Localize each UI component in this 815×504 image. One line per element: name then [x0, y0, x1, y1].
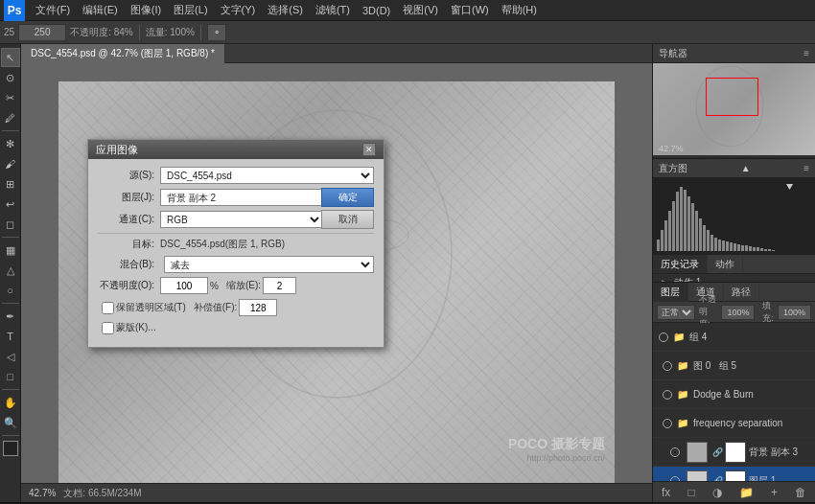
menu-3d[interactable]: 3D(D)	[357, 3, 396, 18]
dialog-cancel-button[interactable]: 取消	[321, 210, 374, 229]
layer-freq-sep[interactable]: 📁 frequency separation	[653, 409, 815, 438]
dialog-close-button[interactable]: ✕	[362, 143, 376, 156]
histogram-panel: 直方图 ▲ ≡	[653, 159, 815, 255]
mask-checkbox[interactable]	[102, 322, 114, 334]
tool-gradient[interactable]: ▦	[1, 241, 20, 260]
tab-paths[interactable]: 路径	[724, 283, 759, 302]
svg-rect-7	[664, 220, 667, 251]
tab-history[interactable]: 历史记录	[653, 255, 708, 273]
layer-delete-button[interactable]: 🗑	[795, 486, 806, 499]
layer-bg-copy3[interactable]: 🔗 背景 副本 3	[653, 438, 815, 467]
menu-select[interactable]: 选择(S)	[262, 1, 309, 19]
menu-image[interactable]: 图像(I)	[125, 1, 167, 19]
tool-crop[interactable]: ✂	[1, 88, 20, 107]
tool-hand[interactable]: ✋	[1, 393, 20, 412]
canvas-background[interactable]: 491858 应用图像 ✕ 确定 取消	[21, 63, 652, 502]
menu-edit[interactable]: 编辑(E)	[77, 1, 124, 19]
tool-history[interactable]: ↩	[1, 195, 20, 214]
tool-blur[interactable]: △	[1, 261, 20, 280]
menu-filter[interactable]: 滤镜(T)	[310, 1, 356, 19]
canvas-tab[interactable]: DSC_4554.psd @ 42.7% (图层 1, RGB/8) *	[21, 44, 225, 63]
layer-visibility-5[interactable]	[661, 359, 674, 373]
menu-window[interactable]: 窗口(W)	[445, 1, 495, 19]
menu-file[interactable]: 文件(F)	[30, 1, 76, 19]
svg-rect-19	[710, 235, 713, 251]
layer-fx-button[interactable]: fx	[662, 486, 670, 499]
separator	[139, 25, 140, 40]
layer-mask-bc3	[725, 442, 746, 463]
offset-input[interactable]	[239, 299, 277, 316]
tool-heal[interactable]: ✻	[1, 134, 20, 153]
layer-visibility-l1[interactable]	[668, 474, 682, 482]
layer-dodge-burn[interactable]: 📁 Dodge & Burn	[653, 380, 815, 409]
tool-brush[interactable]: 🖌	[1, 154, 20, 173]
preserve-row: 保留透明区域(T) 补偿值(F):	[98, 299, 374, 316]
tool-separator2	[2, 237, 19, 238]
airbrush-btn[interactable]: ⚬	[207, 24, 226, 41]
layer-1[interactable]: 🔗 图层 1	[653, 467, 815, 481]
blend-select[interactable]: 减去	[164, 256, 374, 273]
tool-path[interactable]: ◁	[1, 347, 20, 366]
histogram-menu-icon[interactable]: ≡	[803, 163, 809, 173]
history-list[interactable]: ▶ 动作 1 ▶ 脚本 ▶ schaif ▶ autoskin color1 ▶	[653, 274, 815, 282]
opacity-ctrl-input[interactable]	[721, 305, 755, 320]
layer-group-button[interactable]: 📁	[739, 486, 754, 499]
tool-eraser[interactable]: ◻	[1, 215, 20, 234]
navigator-preview[interactable]: 42.7%	[653, 63, 815, 155]
tool-shape[interactable]: □	[1, 367, 20, 386]
dialog-ok-button[interactable]: 确定	[321, 188, 374, 207]
tool-zoom[interactable]: 🔍	[1, 413, 20, 432]
dialog-body: 确定 取消 源(S): DSC_4554.psd	[88, 159, 384, 347]
tool-eyedrop[interactable]: 🖉	[1, 108, 20, 127]
tool-dodge[interactable]: ○	[1, 281, 20, 300]
menu-layer[interactable]: 图层(L)	[168, 1, 213, 19]
svg-rect-29	[749, 246, 752, 251]
target-value: DSC_4554.psd(图层 1, RGB)	[160, 238, 285, 251]
history-item-0[interactable]: ▶ 动作 1	[653, 274, 815, 282]
svg-rect-33	[764, 249, 767, 251]
layers-list[interactable]: 📁 组 4 📁 图 0 组 5 📁 Dodge & Burn	[653, 323, 815, 481]
mask-check[interactable]: 蒙版(K)...	[102, 321, 156, 334]
histogram-triangle: ▲	[741, 163, 751, 173]
tool-lasso[interactable]: ⊙	[1, 68, 20, 87]
opacity-input[interactable]	[160, 277, 208, 294]
dialog-title-bar[interactable]: 应用图像 ✕	[88, 140, 384, 159]
opacity-label: 不透明度: 84%	[70, 26, 133, 39]
preserve-checkbox[interactable]	[102, 302, 114, 314]
layer-visibility-fs[interactable]	[661, 417, 674, 430]
layer-mask-button[interactable]: □	[687, 486, 694, 499]
dialog-buttons: 确定 取消	[321, 188, 374, 229]
blend-mode-select[interactable]: 正常	[657, 305, 695, 320]
preserve-check[interactable]: 保留透明区域(T)	[102, 301, 186, 314]
layer-visibility-4[interactable]	[657, 331, 670, 344]
svg-rect-8	[668, 211, 671, 251]
menu-help[interactable]: 帮助(H)	[496, 1, 543, 19]
layer-visibility-bc3[interactable]	[668, 446, 682, 459]
layer-adj-button[interactable]: ◑	[712, 486, 722, 499]
scale-input[interactable]	[263, 277, 296, 294]
menu-text[interactable]: 文字(Y)	[215, 1, 262, 19]
layer-group4[interactable]: 📁 组 4	[653, 323, 815, 352]
zoom-input[interactable]	[18, 24, 66, 41]
layer-visibility-db[interactable]	[661, 388, 674, 401]
tool-text[interactable]: T	[1, 327, 20, 346]
divider	[98, 233, 374, 234]
tool-select[interactable]: ↖	[1, 48, 20, 67]
navigator-panel: 导航器 ≡ 42.7%	[653, 44, 815, 159]
navigator-viewport-box[interactable]	[706, 78, 758, 116]
layer-group5[interactable]: 📁 图 0 组 5	[653, 352, 815, 380]
channel-select[interactable]: RGB	[160, 211, 323, 228]
foreground-color[interactable]	[3, 441, 18, 456]
poco-title: POCO 摄影专题	[508, 436, 605, 453]
tool-stamp[interactable]: ⊞	[1, 174, 20, 194]
histogram-header: 直方图 ▲ ≡	[653, 159, 815, 178]
folder-icon-fs: 📁	[677, 418, 688, 428]
navigator-menu-icon[interactable]: ≡	[803, 48, 809, 58]
tab-layers[interactable]: 图层	[653, 283, 688, 302]
source-select[interactable]: DSC_4554.psd	[160, 167, 374, 184]
tab-actions[interactable]: 动作	[708, 255, 743, 273]
fill-ctrl-input[interactable]	[778, 305, 811, 320]
tool-pen[interactable]: ✒	[1, 307, 20, 326]
menu-view[interactable]: 视图(V)	[397, 1, 444, 19]
layer-new-button[interactable]: +	[771, 486, 778, 499]
